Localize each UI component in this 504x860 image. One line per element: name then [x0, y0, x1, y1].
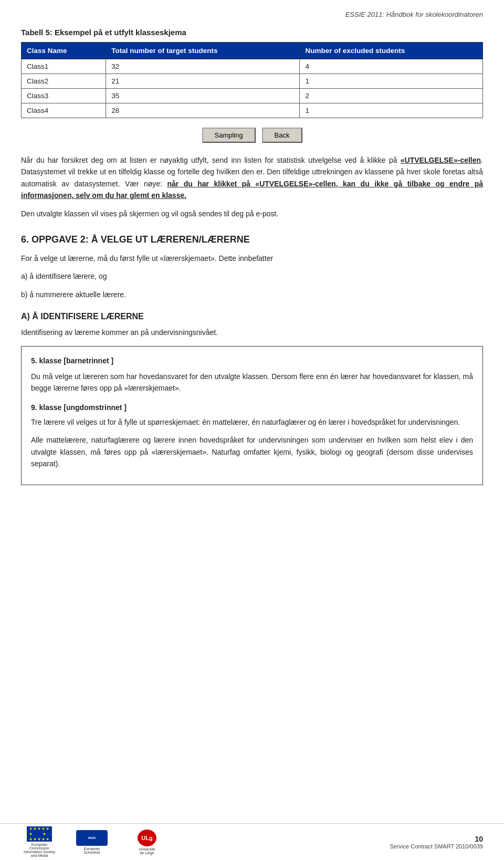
footer-logos: ★★★★★★ ★★★★★★ European CommissionInforma… — [21, 830, 168, 855]
info-box: 5. klasse [barnetrinnet ] Du må velge ut… — [21, 346, 483, 485]
eu-text: European CommissionInformation Society a… — [21, 843, 58, 857]
p1-link-text: «UTVELGELSE»-cellen — [401, 156, 481, 164]
box-heading-5: 5. klasse [barnetrinnet ] — [31, 355, 473, 366]
ulg-text: Universitéde Liège — [139, 847, 155, 855]
paragraph-2: Den utvalgte klassen vil vises på skjerm… — [21, 208, 483, 219]
section-list-b: b) å nummerere aktuelle lærere. — [21, 289, 483, 300]
sub-heading-identify: a) Å IDENTIFISERE LÆRERNE — [21, 312, 483, 321]
page-header-title: ESSIE 2011: Håndbok for skolekoordinator… — [21, 11, 483, 18]
section-intro: For å velge ut lærerne, må du først fyll… — [21, 253, 483, 264]
box-text-9a: Tre lærere vil velges ut for å fylle ut … — [31, 416, 473, 428]
box-text-5: Du må velge ut læreren som har hovedansv… — [31, 371, 473, 394]
page-number: 10 — [390, 835, 483, 843]
eu-stars-icon: ★★★★★★ ★★★★★★ — [29, 826, 50, 842]
col-header-excluded: Number of excluded students — [300, 43, 483, 59]
ulg-shape: ULg — [138, 830, 156, 846]
european-schoolnet-logo: eun EuropeanSchoolnet — [68, 830, 116, 854]
table-caption: Tabell 5: Eksempel på et utfylt klassesk… — [21, 28, 483, 37]
excluded-students-cell: 4 — [300, 59, 483, 74]
eu-flag: ★★★★★★ ★★★★★★ — [27, 826, 52, 842]
button-row: Sampling Back — [21, 128, 483, 143]
es-text: EuropeanSchoolnet — [83, 847, 100, 854]
col-header-total: Total number of target students — [106, 43, 300, 59]
excluded-students-cell: 2 — [300, 89, 483, 103]
p1-pre-text: Når du har forsikret deg om at listen er… — [21, 156, 401, 164]
table-row: Class4281 — [22, 103, 483, 118]
table-row: Class2211 — [22, 74, 483, 89]
section-heading: 6. OPPGAVE 2: Å VELGE UT LÆREREN/LÆRERNE — [21, 234, 483, 245]
class-name-cell: Class3 — [22, 89, 106, 103]
table-row: Class3352 — [22, 89, 483, 103]
total-students-cell: 35 — [106, 89, 300, 103]
box-heading-9: 9. klasse [ungdomstrinnet ] — [31, 402, 473, 413]
table-row: Class1324 — [22, 59, 483, 74]
section-list-a: a) å identifisere lærere, og — [21, 270, 483, 282]
back-button[interactable]: Back — [262, 128, 302, 143]
class-table: Class Name Total number of target studen… — [21, 42, 483, 118]
page-footer: ★★★★★★ ★★★★★★ European CommissionInforma… — [0, 823, 504, 860]
eu-logo: ★★★★★★ ★★★★★★ European CommissionInforma… — [21, 830, 58, 855]
sub-intro: Identifisering av lærerne kommer an på u… — [21, 327, 483, 338]
ulg-logo: ULg Universitéde Liège — [126, 830, 168, 855]
col-header-class-name: Class Name — [22, 43, 106, 59]
footer-right: 10 Service Contract SMART 2010/0039 — [390, 835, 483, 849]
total-students-cell: 28 — [106, 103, 300, 118]
class-name-cell: Class2 — [22, 74, 106, 89]
paragraph-1: Når du har forsikret deg om at listen er… — [21, 154, 483, 202]
contract-text: Service Contract SMART 2010/0039 — [390, 843, 483, 849]
es-logo-shape: eun — [76, 830, 108, 846]
class-name-cell: Class1 — [22, 59, 106, 74]
excluded-students-cell: 1 — [300, 74, 483, 89]
excluded-students-cell: 1 — [300, 103, 483, 118]
total-students-cell: 21 — [106, 74, 300, 89]
class-name-cell: Class4 — [22, 103, 106, 118]
box-text-9b: Alle mattelærere, naturfaglærere og lære… — [31, 434, 473, 469]
total-students-cell: 32 — [106, 59, 300, 74]
sampling-button[interactable]: Sampling — [202, 128, 256, 143]
